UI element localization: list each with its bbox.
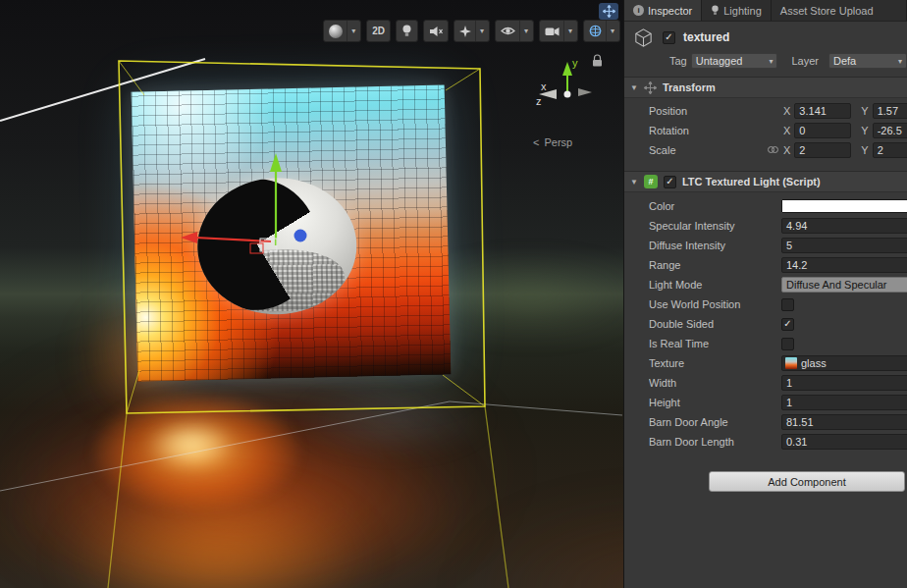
view-2d-button[interactable]: 2D bbox=[366, 20, 391, 42]
field-row-barn-door-angle: Barn Door Angle 81.51 bbox=[624, 412, 907, 432]
chevron-down-icon: ▾ bbox=[898, 57, 902, 66]
scene-view[interactable]: y x z < Persp ▾ 2D bbox=[0, 0, 623, 588]
foldout-arrow-icon[interactable]: ▼ bbox=[630, 178, 638, 187]
add-component-area: Add Component bbox=[624, 471, 907, 492]
field-label: Use World Position bbox=[649, 298, 781, 310]
scale-y-field[interactable]: 2 bbox=[873, 142, 907, 158]
2d-label: 2D bbox=[372, 26, 385, 36]
eye-icon bbox=[501, 26, 515, 36]
use-world-position-checkbox[interactable]: ✓ bbox=[781, 298, 794, 311]
diffuse-intensity-field[interactable]: 5 bbox=[781, 238, 907, 253]
tag-label: Tag bbox=[669, 55, 687, 67]
field-row-specular-intensity: Specular Intensity 4.94 bbox=[624, 216, 907, 236]
chevron-down-icon: ▾ bbox=[769, 57, 773, 66]
transform-body: Position X 3.141 Y 1.57 Rotation X 0 Y -… bbox=[624, 98, 907, 163]
field-label: Barn Door Angle bbox=[649, 416, 781, 428]
field-row-light-mode: Light Mode Diffuse And Specular ▾ bbox=[624, 275, 907, 294]
chevron-down-icon[interactable]: ▾ bbox=[606, 21, 614, 41]
height-field[interactable]: 1 bbox=[781, 395, 907, 410]
scene-effects-button[interactable]: ▾ bbox=[454, 20, 490, 42]
textured-light-plane[interactable] bbox=[132, 84, 452, 381]
tab-label: Inspector bbox=[648, 5, 692, 17]
field-label: Texture bbox=[649, 357, 781, 369]
light-mode-dropdown[interactable]: Diffuse And Specular ▾ bbox=[781, 277, 907, 293]
sparkle-icon bbox=[459, 26, 471, 37]
barn-door-length-field[interactable]: 0.31 bbox=[781, 434, 907, 450]
gizmos-button[interactable]: ▾ bbox=[583, 20, 620, 42]
shaded-sphere-icon bbox=[329, 25, 343, 38]
transform-row-scale: Scale X 2 Y 2 bbox=[624, 140, 907, 160]
add-component-button[interactable]: Add Component bbox=[709, 471, 905, 492]
tag-value: Untagged bbox=[696, 55, 743, 67]
layer-label: Layer bbox=[791, 55, 819, 67]
tab-lighting[interactable]: Lighting bbox=[702, 0, 772, 21]
axis-y-label: Y bbox=[861, 144, 868, 156]
projection-label[interactable]: < Persp bbox=[533, 136, 572, 148]
field-label: Color bbox=[649, 200, 781, 212]
component-enabled-checkbox[interactable]: ✓ bbox=[664, 176, 676, 188]
shading-mode-button[interactable]: ▾ bbox=[323, 20, 361, 42]
link-constrain-icon[interactable] bbox=[768, 146, 778, 153]
is-real-time-checkbox[interactable]: ✓ bbox=[781, 338, 794, 350]
lightbulb-icon bbox=[401, 25, 412, 37]
camera-icon bbox=[545, 27, 560, 36]
field-label: Diffuse Intensity bbox=[649, 240, 781, 251]
foldout-arrow-icon[interactable]: ▼ bbox=[630, 83, 638, 92]
object-name: glass bbox=[801, 357, 827, 369]
field-row-is-real-time: Is Real Time ✓ bbox=[624, 334, 907, 353]
gameobject-header: ✓ textured Tag Untagged ▾ Layer Defa ▾ bbox=[624, 22, 907, 77]
gameobject-cube-icon[interactable] bbox=[632, 27, 655, 49]
layer-dropdown[interactable]: Defa ▾ bbox=[828, 53, 907, 69]
texture-object-field[interactable]: glass bbox=[781, 355, 907, 371]
chevron-down-icon[interactable]: ▾ bbox=[347, 21, 355, 41]
field-row-texture: Texture glass bbox=[624, 353, 907, 373]
field-row-use-world-position: Use World Position ✓ bbox=[624, 294, 907, 314]
gizmo-sphere-icon bbox=[589, 25, 602, 37]
axis-y-label: Y bbox=[861, 125, 868, 136]
tab-asset-store-upload[interactable]: Asset Store Upload bbox=[772, 0, 907, 21]
persp-text: Persp bbox=[544, 136, 572, 148]
rotation-x-field[interactable]: 0 bbox=[794, 123, 851, 138]
gameobject-name[interactable]: textured bbox=[683, 30, 729, 44]
ltc-component-body: Color Specular Intensity 4.94 Diffuse In… bbox=[624, 192, 907, 452]
scene-visibility-button[interactable]: ▾ bbox=[495, 20, 534, 42]
pan-tool-icon[interactable] bbox=[599, 3, 618, 20]
chevron-down-icon[interactable]: ▾ bbox=[475, 21, 484, 41]
gameobject-enabled-checkbox[interactable]: ✓ bbox=[663, 31, 675, 44]
field-label: Double Sided bbox=[649, 318, 781, 330]
rotation-y-field[interactable]: -26.5 bbox=[873, 123, 907, 138]
tab-label: Lighting bbox=[723, 5, 762, 17]
scene-camera-button[interactable]: ▾ bbox=[539, 20, 578, 42]
position-y-field[interactable]: 1.57 bbox=[873, 103, 907, 119]
field-label: Width bbox=[649, 377, 781, 389]
field-row-range: Range 14.2 bbox=[624, 255, 907, 275]
texture-thumbnail bbox=[785, 357, 797, 369]
inspector-panel: i Inspector Lighting Asset Store Upload bbox=[623, 0, 907, 588]
scale-x-field[interactable]: 2 bbox=[794, 142, 851, 158]
ltc-component-header[interactable]: ▼ # ✓ LTC Textured Light (Script) bbox=[624, 171, 907, 192]
range-field[interactable]: 14.2 bbox=[781, 257, 907, 273]
color-swatch[interactable] bbox=[781, 199, 907, 213]
width-field[interactable]: 1 bbox=[781, 375, 907, 391]
transform-header[interactable]: ▼ Transform bbox=[624, 77, 907, 98]
position-x-field[interactable]: 3.141 bbox=[794, 103, 851, 119]
scene-audio-button[interactable] bbox=[423, 20, 449, 42]
scene-lighting-button[interactable] bbox=[396, 20, 418, 42]
barn-door-angle-field[interactable]: 81.51 bbox=[781, 414, 907, 430]
specular-intensity-field[interactable]: 4.94 bbox=[781, 218, 907, 234]
field-label: Barn Door Length bbox=[649, 436, 781, 448]
field-label: Range bbox=[649, 259, 781, 271]
tab-label: Asset Store Upload bbox=[780, 5, 874, 17]
field-row-height: Height 1 bbox=[624, 393, 907, 412]
tag-dropdown[interactable]: Untagged ▾ bbox=[691, 53, 778, 69]
scene-toolbar: ▾ 2D ▾ bbox=[323, 20, 620, 42]
field-row-diffuse-intensity: Diffuse Intensity 5 bbox=[624, 236, 907, 255]
axis-y-label: Y bbox=[861, 105, 868, 117]
persp-toggle-icon[interactable]: < bbox=[533, 136, 539, 148]
muted-speaker-icon bbox=[429, 26, 443, 37]
double-sided-checkbox[interactable]: ✓ bbox=[781, 318, 794, 331]
chevron-down-icon[interactable]: ▾ bbox=[563, 21, 572, 41]
tab-inspector[interactable]: i Inspector bbox=[624, 0, 702, 21]
field-label: Light Mode bbox=[649, 279, 781, 291]
chevron-down-icon[interactable]: ▾ bbox=[519, 21, 528, 41]
